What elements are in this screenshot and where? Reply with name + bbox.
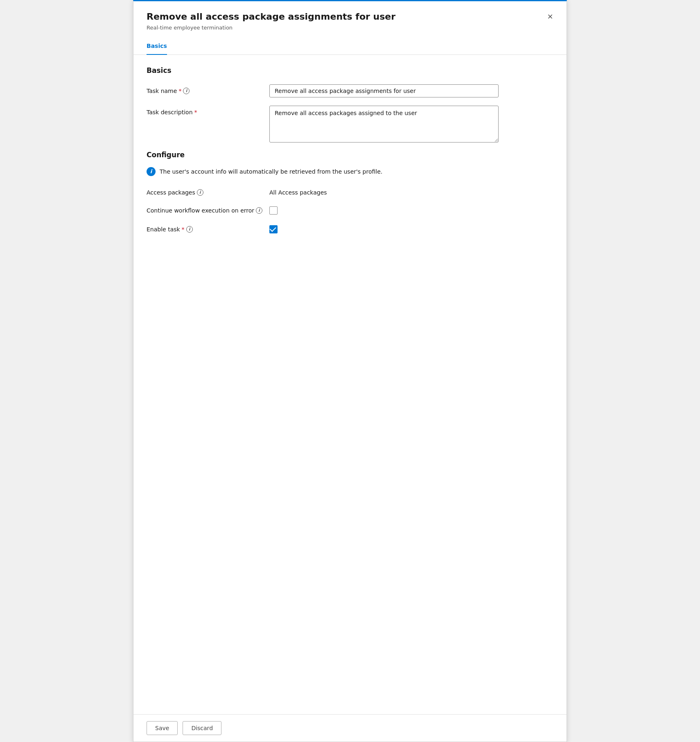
access-packages-label: Access packages i: [147, 186, 269, 196]
tab-bar: Basics: [133, 37, 567, 55]
access-packages-value: All Access packages: [269, 186, 327, 196]
access-packages-row: Access packages i All Access packages: [147, 186, 553, 196]
task-name-label: Task name * i: [147, 84, 269, 94]
enable-task-row: Enable task * i: [147, 223, 553, 233]
discard-button[interactable]: Discard: [183, 721, 221, 735]
dialog-header: Remove all access package assignments fo…: [133, 1, 567, 37]
basics-section: Basics Task name * i Task description *: [147, 66, 553, 143]
tab-basics[interactable]: Basics: [147, 38, 167, 55]
task-name-row: Task name * i: [147, 84, 553, 97]
dialog-footer: Save Discard: [133, 714, 567, 742]
dialog-content: Basics Task name * i Task description *: [133, 55, 567, 714]
access-packages-info-icon[interactable]: i: [197, 189, 203, 196]
enable-task-required: *: [182, 226, 185, 233]
enable-task-checkbox[interactable]: [269, 225, 278, 233]
continue-workflow-info-icon[interactable]: i: [256, 207, 262, 214]
configure-section: Configure i The user's account info will…: [147, 151, 553, 233]
save-button[interactable]: Save: [147, 721, 178, 735]
info-message: The user's account info will automatical…: [160, 168, 382, 175]
task-description-input[interactable]: [269, 106, 499, 143]
task-name-required: *: [178, 88, 181, 94]
main-dialog: Remove all access package assignments fo…: [133, 0, 567, 742]
continue-workflow-row: Continue workflow execution on error i: [147, 204, 553, 215]
enable-task-info-icon[interactable]: i: [186, 226, 193, 233]
info-banner: i The user's account info will automatic…: [147, 167, 553, 176]
task-description-row: Task description *: [147, 106, 553, 143]
task-description-label: Task description *: [147, 106, 269, 115]
task-name-info-icon[interactable]: i: [183, 88, 190, 94]
continue-workflow-checkbox[interactable]: [269, 206, 278, 215]
close-button[interactable]: ×: [544, 9, 557, 23]
continue-workflow-label: Continue workflow execution on error i: [147, 204, 269, 214]
task-description-required: *: [194, 109, 197, 115]
task-name-input[interactable]: [269, 84, 499, 97]
info-circle-icon: i: [147, 167, 156, 176]
configure-heading: Configure: [147, 151, 553, 159]
dialog-title: Remove all access package assignments fo…: [147, 11, 553, 23]
enable-task-checkbox-wrapper: [269, 223, 278, 233]
enable-task-label: Enable task * i: [147, 223, 269, 233]
continue-workflow-checkbox-wrapper: [269, 204, 278, 215]
dialog-subtitle: Real-time employee termination: [147, 25, 553, 31]
basics-heading: Basics: [147, 66, 553, 75]
